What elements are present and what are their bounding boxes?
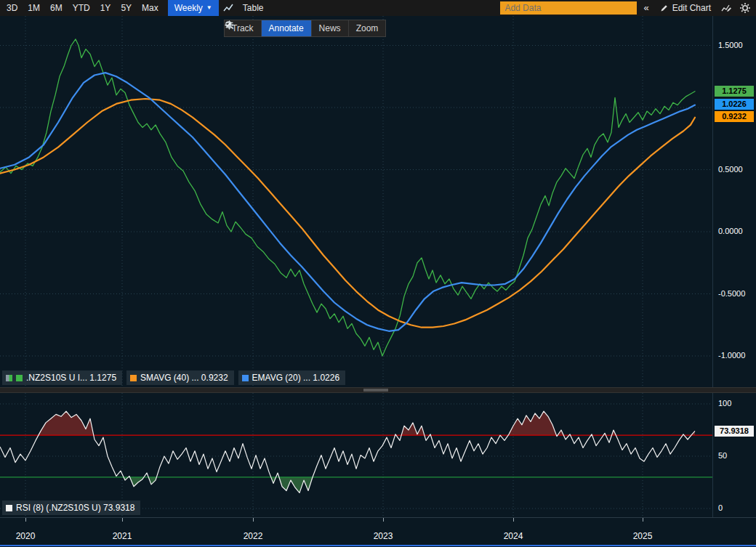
price-y-axis: 1.50000.50000.0000-0.5000-1.00001.12751.… — [712, 16, 756, 387]
x-axis-tick — [383, 518, 384, 522]
rsi-value-badge: 73.9318 — [715, 426, 754, 437]
x-axis-tick — [25, 518, 26, 522]
legend-item[interactable]: .NZ2S10S U I... 1.1275 — [2, 370, 122, 385]
price-chart-plot[interactable] — [0, 16, 712, 387]
range-button-5y[interactable]: 5Y — [116, 0, 137, 16]
y-axis-label: -0.5000 — [718, 289, 745, 298]
last-price-badge: 0.9232 — [715, 111, 754, 122]
rsi-legend-row: RSI (8) (.NZ2S10S U) 73.9318 — [2, 501, 140, 515]
y-axis-label: -1.0000 — [718, 351, 745, 360]
y-axis-label: 0.5000 — [718, 165, 743, 174]
chart-edit-icon — [720, 2, 732, 14]
x-axis-year-label: 2022 — [244, 531, 263, 541]
annotate-button[interactable]: Annotate — [262, 20, 312, 36]
splitter-handle-icon[interactable] — [363, 389, 388, 392]
x-axis-tick — [122, 518, 123, 522]
x-axis: 202020212022202320242025 — [0, 517, 756, 546]
x-axis-tick — [643, 518, 643, 522]
rsi-axis-label: 100 — [718, 399, 731, 408]
x-axis-year-label: 2024 — [504, 531, 523, 541]
edit-chart-label: Edit Chart — [672, 3, 711, 13]
instrument-icon — [6, 375, 12, 381]
bloomberg-chart-window: 3D1M6MYTD1Y5YMax Weekly ▼ Table « Edit C… — [0, 0, 756, 547]
last-price-badge: 1.0226 — [715, 99, 754, 110]
rsi-chart-panel: 73.9318 100500 RSI (8) (.NZ2S10S U) 73.9… — [0, 393, 756, 517]
x-axis-year-label: 2025 — [633, 531, 653, 541]
range-button-max[interactable]: Max — [137, 0, 164, 16]
last-price-badge: 1.1275 — [715, 86, 754, 97]
range-button-1m[interactable]: 1M — [23, 0, 45, 16]
legend-label: SMAVG (40) ... 0.9232 — [140, 373, 228, 383]
track-label: Track — [232, 23, 254, 33]
period-label: Weekly — [174, 0, 203, 16]
rsi-axis-label: 0 — [718, 503, 723, 512]
x-axis-year-label: 2021 — [113, 531, 132, 541]
series-swatch — [242, 375, 249, 381]
y-axis-label: 1.5000 — [718, 41, 743, 49]
add-data-input[interactable] — [500, 1, 637, 15]
rsi-y-axis: 73.9318 100500 — [712, 393, 756, 517]
edit-chart-button[interactable]: Edit Chart — [654, 0, 717, 16]
chart-mode-toolbar: Track Annotate News Zoom — [224, 20, 386, 37]
rsi-legend-label: RSI (8) (.NZ2S10S U) 73.9318 — [16, 503, 134, 513]
table-button[interactable]: Table — [238, 0, 269, 16]
rsi-axis-label: 50 — [718, 451, 727, 460]
series-swatch — [130, 375, 137, 381]
chart-edit-button[interactable] — [717, 0, 736, 16]
panel-splitter[interactable] — [0, 387, 756, 393]
x-axis-year-label: 2020 — [16, 531, 36, 541]
legend-label: .NZ2S10S U I... 1.1275 — [26, 373, 116, 383]
settings-button[interactable] — [736, 0, 755, 16]
pencil-icon — [659, 4, 669, 13]
rsi-plot[interactable] — [0, 393, 712, 517]
x-axis-tick — [253, 518, 254, 522]
range-button-3d[interactable]: 3D — [1, 0, 23, 16]
legend-item[interactable]: EMAVG (20) ... 1.0226 — [238, 370, 346, 385]
zoom-label: Zoom — [356, 23, 379, 33]
x-axis-tick — [513, 518, 514, 522]
y-axis-label: 0.0000 — [718, 227, 743, 235]
annotate-label: Annotate — [269, 23, 304, 33]
rsi-series-swatch — [6, 505, 12, 511]
chart-type-button[interactable] — [219, 0, 238, 16]
range-button-ytd[interactable]: YTD — [68, 0, 95, 16]
top-toolbar: 3D1M6MYTD1Y5YMax Weekly ▼ Table « Edit C… — [0, 0, 756, 16]
range-button-1y[interactable]: 1Y — [95, 0, 116, 16]
price-chart-panel: Track Annotate News Zoom 1.50000.50000.0… — [0, 16, 756, 387]
news-button[interactable]: News — [312, 20, 349, 36]
collapse-button[interactable]: « — [639, 0, 653, 16]
news-label: News — [319, 23, 341, 33]
gear-icon — [739, 2, 751, 14]
series-swatch — [16, 375, 23, 381]
range-button-group: 3D1M6MYTD1Y5YMax — [1, 0, 164, 16]
horizontal-scrollbar[interactable] — [0, 545, 756, 546]
legend-item[interactable]: SMAVG (40) ... 0.9232 — [126, 370, 234, 385]
rsi-legend-item[interactable]: RSI (8) (.NZ2S10S U) 73.9318 — [2, 501, 140, 515]
chevron-down-icon: ▼ — [206, 0, 212, 16]
range-button-6m[interactable]: 6M — [45, 0, 68, 16]
x-axis-year-label: 2023 — [374, 531, 393, 541]
legend-label: EMAVG (20) ... 1.0226 — [252, 373, 340, 383]
zoom-button[interactable]: Zoom — [349, 20, 386, 36]
period-select[interactable]: Weekly ▼ — [168, 0, 219, 16]
price-legend-row: .NZ2S10S U I... 1.1275SMAVG (40) ... 0.9… — [2, 370, 345, 385]
magnifier-icon — [225, 20, 234, 30]
line-chart-icon — [222, 2, 234, 14]
